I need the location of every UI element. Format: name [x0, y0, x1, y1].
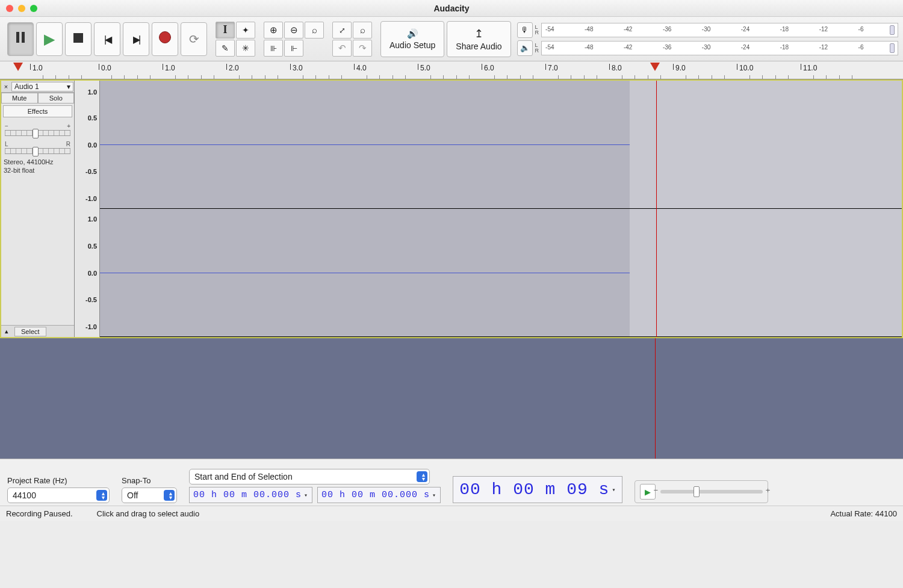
setup-group: Audio Setup Share Audio — [378, 21, 514, 57]
loop-icon — [189, 32, 199, 46]
amp-label: 0.5 — [88, 114, 97, 122]
waveform-left-channel[interactable] — [100, 81, 902, 209]
zoom-group — [261, 22, 326, 57]
mic-icon — [521, 25, 529, 34]
share-audio-label: Share Audio — [456, 42, 501, 51]
track-menu[interactable]: Audio 1 ▾ — [11, 82, 73, 91]
project-rate-value: 44100 — [13, 491, 36, 500]
amp-label: -1.0 — [85, 195, 97, 202]
pan-slider[interactable]: LR — [5, 141, 70, 154]
mute-button[interactable]: Mute — [1, 93, 38, 104]
amp-label: -0.5 — [85, 296, 97, 303]
selection-end-time[interactable]: 00 h 00 m 00.000 s▾ — [317, 487, 441, 503]
zoom-out[interactable] — [284, 22, 303, 39]
playback-level-slider[interactable] — [889, 43, 895, 54]
selection-mode-select[interactable]: Start and End of Selection ▴▾ — [189, 469, 430, 484]
gain-slider[interactable]: −+ — [5, 123, 70, 136]
snap-group: Snap-To Off ▴▾ — [122, 476, 177, 503]
gain-minus: − — [5, 123, 8, 129]
waveform-area[interactable]: Audio 1 #1 — [100, 81, 902, 337]
pause-button[interactable] — [7, 22, 34, 56]
chevron-updown-icon: ▴▾ — [102, 491, 105, 500]
collapse-button[interactable]: ▴ — [1, 327, 12, 335]
pause-icon — [16, 32, 25, 46]
titlebar: Audacity — [0, 0, 903, 17]
time-value: 00 h 00 m 00.000 s — [321, 490, 430, 500]
gain-plus: + — [67, 123, 70, 129]
timeline-ruler[interactable]: 1.00.01.02.03.04.05.06.07.08.09.010.011.… — [0, 61, 903, 79]
ruler-ticks: 1.00.01.02.03.04.05.06.07.08.09.010.011.… — [0, 61, 903, 79]
project-rate-select[interactable]: 44100 ▴▾ — [7, 487, 110, 503]
playback-meter-button[interactable] — [517, 40, 533, 56]
snap-select[interactable]: Off ▴▾ — [122, 487, 177, 503]
time-value: 00 h 00 m 00.000 s — [193, 490, 302, 500]
amp-label: 1.0 — [88, 88, 97, 96]
close-track-button[interactable]: × — [1, 83, 11, 90]
playback-meter[interactable]: -54-48-42-36-30-24-18-12-6 — [541, 41, 898, 55]
redo-button[interactable] — [353, 40, 372, 57]
select-track-button[interactable]: Select — [14, 327, 46, 336]
silence-audio[interactable] — [284, 40, 303, 57]
loop-button[interactable] — [181, 22, 207, 56]
skip-end-icon — [133, 32, 139, 46]
meters-group: L R -54-48-42-36-30-24-18-12-6 L R -54-4… — [517, 22, 898, 57]
track-control-panel: × Audio 1 ▾ Mute Solo Effects −+ LR Ster… — [1, 81, 75, 337]
fit-project[interactable] — [332, 22, 352, 39]
share-audio-button[interactable]: Share Audio — [447, 21, 510, 57]
record-button[interactable] — [152, 22, 178, 56]
project-rate-group: Project Rate (Hz) 44100 ▴▾ — [7, 476, 110, 503]
zoom-toggle-icon — [360, 25, 365, 35]
stop-button[interactable] — [65, 22, 92, 56]
transport-group: ▶ — [5, 22, 209, 56]
dropdown-icon: ▾ — [304, 492, 308, 499]
trim-audio[interactable] — [264, 40, 283, 57]
track-format-info: Stereo, 44100Hz 32-bit float — [1, 155, 74, 175]
skip-start-button[interactable] — [94, 22, 120, 56]
selection-time-group: Start and End of Selection ▴▾ 00 h 00 m … — [189, 469, 441, 503]
waveform-right-channel[interactable] — [100, 209, 902, 337]
track-header: × Audio 1 ▾ — [1, 81, 74, 93]
fit-selection[interactable] — [305, 22, 324, 39]
recording-level-slider[interactable] — [889, 25, 895, 36]
track-area: × Audio 1 ▾ Mute Solo Effects −+ LR Ster… — [0, 79, 903, 338]
audio-setup-button[interactable]: Audio Setup — [380, 21, 444, 57]
project-rate-label: Project Rate (Hz) — [7, 476, 110, 485]
solo-button[interactable]: Solo — [38, 93, 75, 104]
audio-position[interactable]: 00 h 00 m 09 s▾ — [453, 476, 622, 503]
zoom-toggle[interactable] — [353, 22, 372, 39]
meter-r-label: R — [535, 30, 539, 36]
format-line-2: 32-bit float — [4, 166, 72, 175]
empty-track-space[interactable] — [0, 338, 903, 459]
recording-meter-button[interactable] — [517, 22, 533, 38]
play-button[interactable]: ▶ — [36, 22, 63, 56]
draw-tool[interactable] — [216, 40, 235, 57]
status-hint: Click and drag to select audio — [97, 509, 200, 518]
effects-button[interactable]: Effects — [3, 105, 72, 117]
skip-end-button[interactable] — [123, 22, 149, 56]
recording-meter-row: L R -54-48-42-36-30-24-18-12-6 — [517, 22, 898, 39]
track-name-label: Audio 1 — [14, 82, 39, 91]
selection-tool[interactable] — [216, 22, 235, 39]
selection-start-time[interactable]: 00 h 00 m 00.000 s▾ — [189, 487, 312, 503]
playback-meter-row: L R -54-48-42-36-30-24-18-12-6 — [517, 40, 898, 57]
envelope-tool[interactable] — [236, 22, 255, 39]
meter-ticks: -54-48-42-36-30-24-18-12-6 — [545, 44, 894, 51]
playback-speed-slider[interactable] — [660, 490, 763, 494]
recording-meter[interactable]: -54-48-42-36-30-24-18-12-6 — [541, 23, 898, 37]
fit-zoom-group — [330, 22, 374, 57]
snap-label: Snap-To — [122, 476, 177, 485]
multi-tool[interactable] — [236, 40, 255, 57]
recording-lr-labels: L R — [535, 25, 539, 36]
amp-label: -1.0 — [85, 323, 97, 330]
audio-setup-label: Audio Setup — [389, 40, 435, 50]
zoom-in-icon — [270, 25, 278, 36]
undo-button[interactable] — [332, 40, 352, 57]
status-left: Recording Paused. — [6, 509, 73, 518]
redo-icon — [359, 43, 367, 54]
dropdown-icon: ▾ — [432, 492, 436, 499]
zoom-in[interactable] — [264, 22, 283, 39]
snap-value: Off — [127, 491, 138, 500]
position-value: 00 h 00 m 09 s — [459, 480, 609, 499]
status-bar: Recording Paused. Click and drag to sele… — [0, 506, 903, 521]
multi-icon — [242, 43, 249, 53]
